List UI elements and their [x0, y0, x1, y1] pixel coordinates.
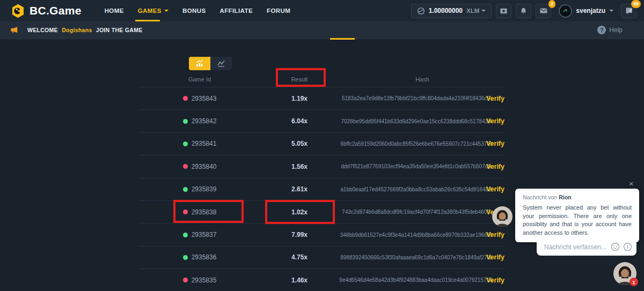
announcement-suffix: JOIN THE GAME — [96, 27, 143, 33]
chat-button[interactable]: 99 — [621, 4, 636, 18]
chat-bubble-icon — [625, 6, 633, 15]
table-view-button[interactable] — [189, 57, 210, 70]
verify-button[interactable]: Verify — [486, 277, 504, 284]
messages-badge: 2 — [548, 0, 555, 8]
column-header-hash: Hash — [402, 76, 429, 83]
game-id[interactable]: 2935841 — [192, 140, 217, 147]
user-menu[interactable]: svenjatzu — [559, 4, 613, 18]
envelope-icon — [539, 6, 548, 15]
verify-button[interactable]: Verify — [486, 117, 504, 125]
page: BC.Game HOME GAMES BONUS AFFILIATE FORUM… — [0, 0, 644, 291]
nav-home[interactable]: HOME — [98, 0, 131, 21]
verify-button[interactable]: Verify — [486, 140, 504, 147]
status-dot — [183, 141, 188, 146]
messages-button[interactable]: 2 — [536, 4, 551, 18]
brand[interactable]: BC.Game — [11, 4, 82, 18]
status-dot — [183, 278, 188, 282]
game-history-row: 2935837 7.99x 348bb9db61527e4c9f3e4a1414… — [140, 223, 504, 246]
game-id[interactable]: 2935836 — [192, 253, 217, 261]
trend-view-button[interactable] — [210, 57, 232, 70]
game-id[interactable]: 2935837 — [192, 231, 217, 238]
game-hash: 9e4d6546d4e58a42d3b4f924883baa4daac019ce… — [339, 277, 492, 283]
game-result: 7.99x — [291, 231, 308, 238]
game-history-row: 2935840 1.56x ddd7f521e87769103ecf94ea35… — [140, 155, 504, 178]
game-history-table: 2935843 1.19x 5183a2ea7e9d8e13fb79bbf21b… — [140, 87, 504, 291]
nav-games[interactable]: GAMES — [131, 0, 175, 21]
game-id[interactable]: 2935839 — [192, 185, 217, 193]
game-result: 2.61x — [291, 185, 308, 193]
chat-badge: 99 — [631, 0, 641, 8]
chevron-down-icon — [609, 10, 613, 12]
game-result: 6.04x — [291, 117, 308, 125]
help-button[interactable]: ? Help — [597, 26, 623, 34]
status-dot — [183, 233, 188, 237]
chat-input-bar — [537, 238, 636, 256]
brand-name: BC.Game — [30, 4, 82, 17]
xlm-coin-icon — [417, 7, 425, 15]
chat-launcher-avatar[interactable]: 1 — [613, 262, 636, 285]
verify-button[interactable]: Verify — [486, 163, 504, 170]
game-id[interactable]: 2935842 — [192, 117, 217, 125]
from-label: Nachricht von — [523, 194, 557, 200]
game-result: 5.05x — [291, 140, 308, 147]
announcement-highlight[interactable]: Dogishans — [62, 27, 92, 33]
game-result: 4.75x — [291, 253, 308, 261]
nav-bonus[interactable]: BONUS — [175, 0, 213, 21]
game-id[interactable]: 2935840 — [192, 163, 217, 170]
chat-sender-avatar[interactable] — [492, 206, 513, 227]
chat-launcher-badge: 1 — [630, 278, 638, 286]
currency-code: XLM — [466, 8, 479, 14]
game-history-row: 2935835 1.46x 9e4d6546d4e58a42d3b4f92488… — [140, 269, 504, 291]
annotation-box-game-id-2935838 — [173, 200, 244, 223]
emoji-icon[interactable] — [610, 242, 620, 252]
announcement-bar: WELCOME Dogishans JOIN THE GAME ? Help — [0, 21, 644, 39]
column-header-game-id: Game Id — [175, 76, 211, 83]
nav-games-label: GAMES — [138, 8, 162, 14]
question-icon: ? — [597, 26, 606, 34]
status-dot — [183, 164, 188, 169]
verify-button[interactable]: Verify — [486, 95, 504, 102]
status-dot — [183, 255, 188, 260]
game-id[interactable]: 2935843 — [192, 95, 217, 102]
chat-message-text: System never placed any bet without your… — [523, 204, 632, 237]
top-navigation-bar: BC.Game HOME GAMES BONUS AFFILIATE FORUM… — [0, 0, 644, 21]
game-hash: 348bb9db61527e4c9f3e4a1414d9b8ba66ce8970… — [340, 232, 492, 238]
balance-currency: XLM — [466, 8, 486, 14]
bar-chart-icon — [195, 59, 204, 68]
chat-popup-close-button[interactable]: × — [629, 179, 634, 188]
nav-affiliate[interactable]: AFFILIATE — [213, 0, 260, 21]
game-id-cell: 2935842 — [170, 117, 217, 125]
notifications-button[interactable] — [516, 4, 531, 18]
game-id-cell: 2935839 — [170, 185, 217, 193]
vault-button[interactable] — [496, 4, 511, 18]
game-id-cell: 2935840 — [170, 163, 217, 170]
verify-button[interactable]: Verify — [486, 231, 504, 238]
chat-message-input[interactable] — [543, 243, 608, 251]
status-dot — [183, 187, 188, 192]
status-dot — [183, 119, 188, 124]
annotation-box-result-header — [276, 68, 326, 87]
game-hash: ddd7f521e87769103ecf94ea35da50ee354efd1c… — [341, 163, 491, 169]
game-hash: a1bb0eaaf17ed4527669f2a0bba8cc53abab26c6… — [340, 186, 491, 192]
main-nav: HOME GAMES BONUS AFFILIATE FORUM — [98, 0, 298, 21]
game-id-cell: 2935835 — [170, 277, 217, 284]
verify-button[interactable]: Verify — [486, 185, 504, 193]
active-tab-indicator — [330, 38, 355, 40]
game-history-row: 2935841 5.05x 6bffc2a59159d2060d0abc85f5… — [140, 133, 504, 155]
chevron-down-icon — [164, 10, 169, 12]
game-history-row: 2935836 4.75x 8988392450666c53f30afaaaea… — [140, 247, 504, 269]
game-hash: 6bffc2a59159d2060d0abc85f526e6be676e5590… — [340, 141, 491, 147]
user-avatar — [559, 4, 572, 18]
status-dot — [183, 96, 188, 101]
attachment-icon[interactable] — [623, 242, 632, 252]
game-history-row: 2935843 1.19x 5183a2ea7e9d8e13fb79bbf21b… — [140, 87, 504, 110]
nav-forum[interactable]: FORUM — [260, 0, 297, 21]
balance-selector[interactable]: 1.00000000 XLM — [411, 4, 492, 18]
verify-button[interactable]: Verify — [486, 253, 504, 261]
sender-name: Rion — [559, 194, 571, 200]
bell-icon — [519, 7, 528, 15]
game-id-cell: 2935841 — [170, 140, 217, 147]
game-id[interactable]: 2935835 — [192, 277, 217, 284]
megaphone-icon — [10, 26, 19, 34]
header-right: 1.00000000 XLM — [411, 4, 636, 18]
